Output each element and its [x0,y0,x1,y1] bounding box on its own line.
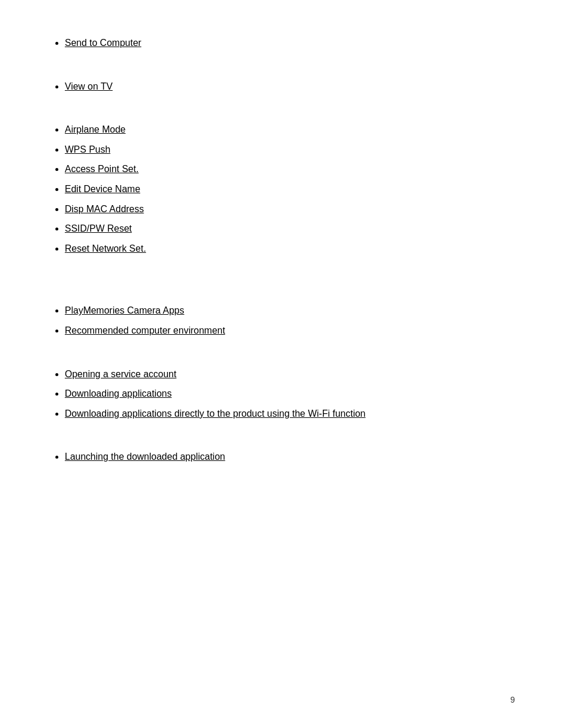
page-number: 9 [510,695,515,704]
link-downloading-applications-wifi[interactable]: Downloading applications directly to the… [65,409,366,419]
list-item-view-on-tv: View on TV [65,79,515,94]
list-item-opening-service-account: Opening a service account [65,367,515,382]
section-launching: Launching the downloaded application [47,449,515,465]
link-launching-downloaded-application[interactable]: Launching the downloaded application [65,452,225,462]
section-view-on-tv: View on TV [47,79,515,94]
link-opening-service-account[interactable]: Opening a service account [65,369,176,379]
link-reset-network-set[interactable]: Reset Network Set. [65,243,146,253]
list-item-edit-device-name: Edit Device Name [65,182,515,197]
link-view-on-tv[interactable]: View on TV [65,81,113,91]
list-item-disp-mac-address: Disp MAC Address [65,202,515,217]
section-service-account: Opening a service account Downloading ap… [47,367,515,421]
link-wps-push[interactable]: WPS Push [65,144,110,154]
list-item-ssid-pw-reset: SSID/PW Reset [65,221,515,236]
list-item-send-to-computer: Send to Computer [65,35,515,51]
list-item-airplane-mode: Airplane Mode [65,122,515,137]
section-network-settings: Airplane Mode WPS Push Access Point Set.… [47,122,515,256]
list-item-access-point-set: Access Point Set. [65,162,515,177]
link-recommended-computer-environment[interactable]: Recommended computer environment [65,325,225,335]
list-item-wps-push: WPS Push [65,142,515,157]
list-item-downloading-applications: Downloading applications [65,386,515,401]
link-send-to-computer[interactable]: Send to Computer [65,38,141,48]
section-send-to-computer: Send to Computer [47,35,515,51]
section-camera-apps: PlayMemories Camera Apps Recommended com… [47,303,515,338]
link-downloading-applications[interactable]: Downloading applications [65,388,171,398]
list-item-downloading-applications-wifi: Downloading applications directly to the… [65,406,515,421]
link-access-point-set[interactable]: Access Point Set. [65,164,138,174]
link-disp-mac-address[interactable]: Disp MAC Address [65,204,144,214]
list-item-reset-network-set: Reset Network Set. [65,241,515,256]
link-playmemories-camera-apps[interactable]: PlayMemories Camera Apps [65,305,184,315]
link-ssid-pw-reset[interactable]: SSID/PW Reset [65,223,132,233]
list-item-recommended-computer-environment: Recommended computer environment [65,323,515,338]
link-airplane-mode[interactable]: Airplane Mode [65,124,125,134]
page-content: Send to Computer View on TV Airplane Mod… [0,0,562,540]
list-item-playmemories-camera-apps: PlayMemories Camera Apps [65,303,515,318]
link-edit-device-name[interactable]: Edit Device Name [65,184,140,194]
list-item-launching-downloaded-application: Launching the downloaded application [65,449,515,465]
